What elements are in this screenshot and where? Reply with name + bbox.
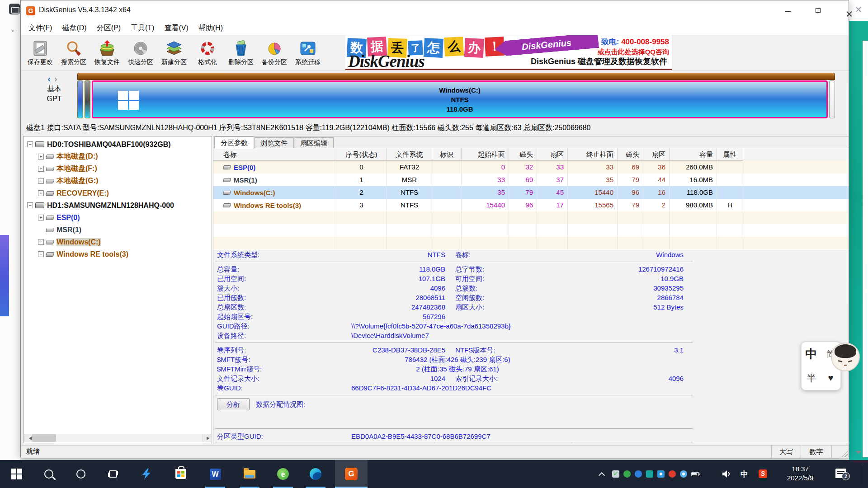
tree-expander-icon[interactable]: + [38,190,44,196]
tree-expander-icon[interactable]: + [38,251,44,257]
back-arrow-icon[interactable]: ← [10,23,20,35]
taskbar-app-diskgenius[interactable]: G [335,460,368,488]
show-desktop-button[interactable] [861,460,868,488]
search-partition-button[interactable]: 搜索分区 [57,36,90,70]
menu-item[interactable]: 分区(P) [92,22,126,35]
tree-item[interactable]: + Windows RE tools(3) [24,248,212,260]
tray-overflow-chevron-icon[interactable] [599,472,604,476]
recover-files-button[interactable]: 恢复文件 [90,36,124,70]
table-row[interactable]: MSR(1) 1 MSR 33 69 37 35 79 44 16.0MB [213,174,849,186]
tree-expander-icon[interactable]: + [38,166,44,172]
tree-item[interactable]: + 本地磁盘(D:) [24,150,212,163]
taskbar-app-edge[interactable] [301,460,330,488]
prev-disk-arrow-icon[interactable]: ‹ [47,74,54,84]
table-row[interactable] [213,237,849,249]
scroll-right-icon[interactable] [203,434,211,442]
taskbar-search-button[interactable] [34,460,63,488]
partition-name: Windows(C:) [234,187,275,199]
scrollbar-thumb[interactable] [33,434,56,442]
disk-header-strip[interactable] [77,73,835,80]
menu-item[interactable]: 工具(T) [126,22,159,35]
partition-type-guid-value: EBD0A0A2-B9E5-4433-87C0-68B6B72699C7 [351,432,632,441]
ad-banner[interactable]: 数据丢了怎么办！ DiskGenius DiskGenius 致电: 400-0… [345,35,672,70]
ad-qq-link[interactable]: 或点击此处选择QQ咨询 [598,48,669,56]
menu-item[interactable]: 文件(F) [24,22,57,35]
tree-expander-icon[interactable]: − [27,202,33,208]
tray-red-app-icon[interactable] [669,470,676,478]
taskbar-app-flash[interactable] [132,460,161,488]
action-center-button[interactable]: 2 [835,469,846,478]
tree-expander-icon[interactable]: + [38,154,44,160]
tree-item[interactable]: + Windows(C:) [24,236,212,248]
partition-block-winre[interactable] [829,80,835,118]
tree-expander-icon[interactable]: − [27,141,33,147]
tray-printer-icon[interactable]: ✓ [612,470,619,478]
partition-block-msr[interactable] [85,80,90,118]
tree-item[interactable]: MSR(1) [24,224,212,236]
maximize-button[interactable] [803,0,834,21]
delete-partition-button[interactable]: 删除分区 [224,36,258,70]
taskbar-clock[interactable]: 18:37 2022/5/9 [775,465,826,483]
taskbar-app-explorer[interactable] [235,460,264,488]
minimize-button[interactable] [772,0,803,21]
taskbar-app-browser360[interactable]: e [269,460,297,488]
ime-avatar[interactable] [831,343,860,371]
tree-item[interactable]: + 本地磁盘(G:) [24,175,212,187]
window-title: DiskGenius V5.4.3.1342 x64 [39,6,131,14]
tree-item[interactable]: + ESP(0) [24,211,212,224]
quick-partition-button[interactable]: 快速分区 [124,36,157,70]
table-row[interactable] [213,211,849,224]
tree-item[interactable]: − HD1:SAMSUNGMZNLN128HAHQ-000 [24,199,212,211]
start-button[interactable] [2,460,31,488]
analyze-button[interactable]: 分析 [217,398,250,410]
clock-time: 18:37 [775,465,826,474]
partition-block-esp[interactable] [77,80,83,118]
windows-start-icon [11,469,22,479]
task-view-button[interactable] [99,460,127,488]
tree-item[interactable]: + 本地磁盘(F:) [24,163,212,175]
taskbar-app-word[interactable]: W [201,460,230,488]
ime-indicator[interactable]: 中 [741,469,748,479]
table-row[interactable]: Windows RE tools(3) 3 NTFS 15440 96 17 1… [213,199,849,211]
battery-icon[interactable] [691,472,699,476]
partition-block-windows-c[interactable]: Windows(C:) NTFS 118.0GB [92,80,828,118]
taskbar-app-store[interactable] [166,460,195,488]
scroll-left-icon[interactable] [24,434,33,442]
table-row[interactable]: ESP(0) 0 FAT32 0 32 33 33 69 36 260.0MB [213,161,849,174]
system-migration-icon [298,39,317,57]
next-disk-arrow-icon[interactable]: › [54,74,61,84]
tray-snowflake-icon[interactable] [680,470,687,478]
tray-teal-app-icon[interactable] [646,470,653,478]
tab[interactable]: 浏览文件 [254,137,294,148]
tree-expander-icon[interactable]: + [38,178,44,184]
menu-item[interactable]: 帮助(H) [193,22,228,35]
tray-blue-app-icon[interactable] [635,470,642,478]
volume-button[interactable] [717,460,735,488]
tray-green-app-icon[interactable] [623,470,631,478]
table-row[interactable]: Windows(C:) 2 NTFS 35 79 45 15440 96 16 … [213,186,849,199]
tree-item[interactable]: + RECOVERY(E:) [24,187,212,199]
backup-partition-button[interactable]: 备份分区 [258,36,291,70]
titlebar[interactable]: G DiskGenius V5.4.3.1342 x64 [21,0,849,21]
detail-value: 66D9C7F6-8231-4D34-AD67-201D26DC94FC [351,383,632,393]
menu-item[interactable]: 磁盘(D) [57,22,91,35]
menu-item[interactable]: 查看(V) [159,22,193,35]
close-button[interactable] [834,0,864,21]
tree-horizontal-scrollbar[interactable] [24,434,211,442]
new-partition-button[interactable]: 新建分区 [157,36,191,70]
tab[interactable]: 扇区编辑 [294,137,334,148]
format-button[interactable]: 格式化 [191,36,224,70]
tree-expander-icon[interactable]: + [38,215,44,221]
tab[interactable]: 分区参数 [214,136,254,149]
tray-qq-icon[interactable] [657,470,665,478]
tree-item[interactable]: − HD0:TOSHIBAMQ04ABF100(932GB) [24,138,212,150]
system-migration-button[interactable]: 系统迁移 [291,36,325,70]
cortana-button[interactable] [66,460,95,488]
ime-heart-icon[interactable]: ♥ [828,373,834,383]
tree-expander-icon[interactable]: + [38,239,44,245]
ime-halfwidth-mode[interactable]: 半 [807,372,816,385]
save-changes-button[interactable]: 保存更改 [24,36,57,70]
ime-chinese-mode[interactable]: 中 [806,346,817,362]
table-row[interactable] [213,224,849,237]
sogou-icon[interactable]: S [759,469,767,478]
